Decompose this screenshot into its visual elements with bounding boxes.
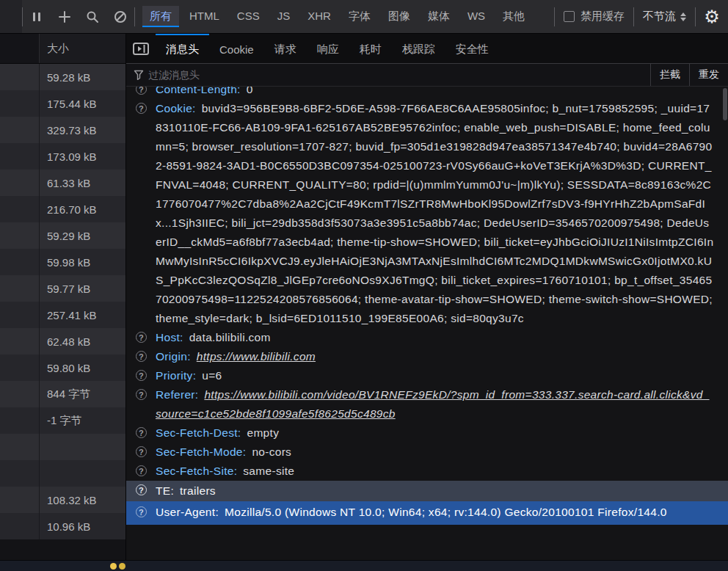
header-row[interactable]: ?User-Agent:Mozilla/5.0 (Windows NT 10.0… [126, 501, 728, 525]
details-tab[interactable]: 请求 [264, 34, 307, 63]
request-size-cell: 329.73 kB [40, 124, 97, 137]
pause-icon[interactable] [23, 4, 51, 29]
request-cell-stub [0, 381, 40, 407]
request-row[interactable] [0, 460, 125, 487]
request-row[interactable]: 59.98 kB [0, 249, 125, 275]
request-size-cell: 59.98 kB [40, 256, 90, 269]
details-tab[interactable]: 消息头 [156, 34, 209, 63]
help-icon[interactable]: ? [136, 446, 147, 457]
help-icon[interactable]: ? [136, 389, 147, 400]
help-icon[interactable]: ? [136, 506, 147, 517]
filter-tab[interactable]: 所有 [142, 6, 179, 27]
request-row[interactable]: 59.29 kB [0, 222, 125, 249]
filter-tab[interactable]: 图像 [381, 6, 418, 27]
request-row[interactable]: 108.32 kB [0, 487, 125, 513]
throttling-dropdown[interactable]: 不节流 [634, 10, 695, 23]
details-tabs: 消息头Cookie请求响应耗时栈跟踪安全性 [126, 34, 728, 64]
request-row[interactable]: 257.41 kB [0, 302, 125, 328]
filter-tab[interactable]: 媒体 [421, 6, 457, 27]
header-value: same-site [243, 465, 294, 477]
header-row[interactable]: ?Host:data.bilibili.com [126, 328, 728, 347]
header-value: no-cors [252, 445, 291, 458]
header-name: Sec-Fetch-Mode: [156, 445, 246, 458]
details-tab[interactable]: 栈跟踪 [392, 34, 445, 63]
header-row[interactable]: ?Sec-Fetch-Dest:empty [126, 423, 728, 443]
request-cell-stub [0, 513, 40, 539]
disable-cache-label: 禁用缓存 [580, 10, 625, 23]
request-row[interactable]: 59.77 kB [0, 275, 125, 302]
request-row[interactable]: 329.73 kB [0, 117, 125, 143]
request-row[interactable]: -1 字节 [0, 407, 125, 434]
toolbar-separator [134, 7, 135, 26]
header-value: Mozilla/5.0 (Windows NT 10.0; Win64; x64… [225, 506, 667, 518]
header-name: TE: [156, 484, 174, 497]
help-icon[interactable]: ? [136, 103, 147, 114]
size-column-header[interactable]: 大小 [40, 42, 69, 56]
request-row[interactable]: 61.33 kB [0, 170, 125, 196]
filter-tab[interactable]: 字体 [341, 6, 378, 27]
request-cell-stub [0, 407, 40, 434]
help-icon[interactable]: ? [136, 332, 147, 343]
request-row[interactable]: 844 字节 [0, 381, 125, 407]
filter-tab[interactable]: XHR [300, 6, 338, 27]
request-row[interactable]: 173.09 kB [0, 143, 125, 170]
header-row[interactable]: ?Origin:https://www.bilibili.com [126, 347, 728, 366]
request-row[interactable]: 175.44 kB [0, 90, 125, 117]
request-size-cell: 257.41 kB [40, 309, 97, 321]
details-tab[interactable]: Cookie [209, 34, 264, 63]
request-cell-stub [0, 302, 40, 328]
header-row[interactable]: ?Sec-Fetch-Mode:no-cors [126, 443, 728, 462]
header-row[interactable]: ?Content-Length:0 [126, 87, 728, 99]
request-row[interactable]: 10.96 kB [0, 513, 125, 539]
header-name: User-Agent: [156, 506, 219, 518]
disable-cache-control[interactable]: 禁用缓存 [564, 10, 625, 23]
header-row[interactable]: ?Cookie:buvid3=956BE9B8-6BF2-5D6E-A598-7… [126, 99, 728, 328]
vertical-scrollbar[interactable] [723, 88, 727, 120]
resend-request-button[interactable]: 重发 [689, 64, 728, 86]
details-tab[interactable]: 安全性 [445, 34, 499, 63]
request-size-cell: 59.28 kB [40, 71, 90, 84]
request-row[interactable]: 59.28 kB [0, 64, 125, 90]
request-row[interactable]: 216.70 kB [0, 196, 125, 222]
header-row[interactable]: ?TE:trailers [126, 481, 728, 501]
help-icon[interactable]: ? [136, 351, 147, 362]
filter-tab[interactable]: WS [460, 6, 492, 27]
header-name: Sec-Fetch-Dest: [156, 426, 241, 439]
filter-tab[interactable]: HTML [182, 6, 227, 27]
help-icon[interactable]: ? [136, 465, 147, 476]
settings-gear-icon[interactable]: ⚙ [696, 7, 728, 27]
request-row[interactable]: 62.48 kB [0, 328, 125, 354]
details-tab[interactable]: 耗时 [349, 34, 392, 63]
headers-scroll-area: ?Content-Length:0?Cookie:buvid3=956BE9B8… [126, 87, 728, 560]
help-icon[interactable]: ? [136, 87, 147, 95]
header-value-link[interactable]: https://www.bilibili.com [197, 350, 316, 363]
search-icon[interactable] [79, 4, 106, 29]
request-row[interactable]: 59.80 kB [0, 354, 125, 381]
request-size-cell: 175.44 kB [40, 98, 97, 110]
header-value-link[interactable]: https://www.bilibili.com/video/BV1RNEFz9… [156, 388, 710, 420]
filter-tab[interactable]: CSS [230, 6, 267, 27]
block-icon[interactable] [106, 4, 134, 29]
request-cell-stub [0, 460, 40, 487]
request-details-panel: 消息头Cookie请求响应耗时栈跟踪安全性 拦截 重发 ?Content-Len… [126, 34, 728, 560]
filter-tab[interactable]: 其他 [495, 6, 532, 27]
filter-tab[interactable]: JS [270, 6, 298, 27]
disable-cache-checkbox[interactable] [564, 11, 575, 22]
header-value: empty [247, 426, 279, 439]
split-panel-icon[interactable] [126, 34, 156, 63]
header-row[interactable]: ?Priority:u=6 [126, 366, 728, 385]
header-name: Priority: [156, 369, 196, 382]
header-name: Referer: [156, 388, 198, 401]
request-size-cell: 844 字节 [40, 388, 90, 401]
details-tab[interactable]: 响应 [307, 34, 349, 63]
add-icon[interactable] [51, 4, 79, 29]
request-row[interactable] [0, 434, 125, 460]
help-icon[interactable]: ? [136, 370, 147, 381]
header-row[interactable]: ?Referer:https://www.bilibili.com/video/… [126, 385, 728, 423]
help-icon[interactable]: ? [136, 484, 147, 495]
help-icon[interactable]: ? [136, 427, 147, 438]
filter-headers-input[interactable] [148, 69, 650, 81]
request-cell-stub [0, 275, 40, 302]
block-request-button[interactable]: 拦截 [650, 64, 689, 86]
header-row[interactable]: ?Sec-Fetch-Site:same-site [126, 462, 728, 481]
